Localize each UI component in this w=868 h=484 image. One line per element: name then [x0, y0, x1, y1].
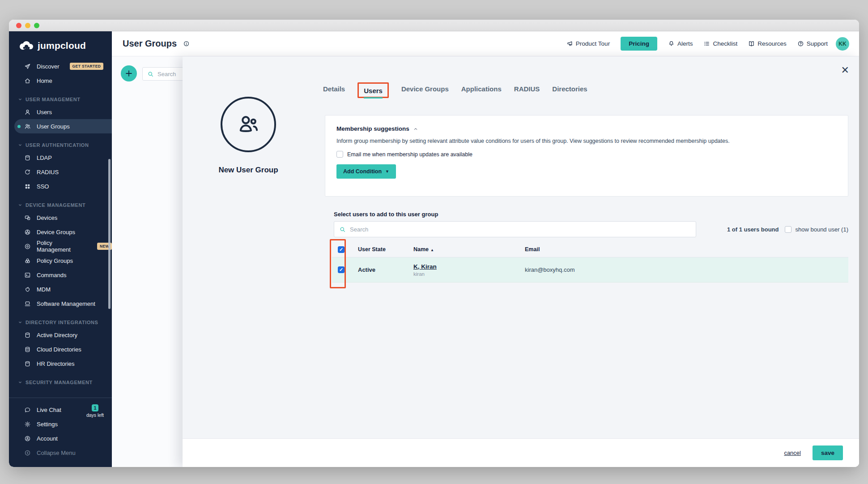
checklist-button[interactable]: Checklist	[703, 40, 737, 47]
sidebar-item-devices[interactable]: Devices	[9, 210, 112, 225]
tab-device-groups[interactable]: Device Groups	[401, 85, 449, 95]
email-updates-checkbox[interactable]	[336, 151, 343, 158]
sidebar-item-label: Home	[37, 77, 52, 84]
sidebar-section-user-management[interactable]: USER MANAGEMENT	[9, 94, 112, 105]
close-icon[interactable]: ✕	[841, 65, 849, 75]
sidebar-item-discover[interactable]: DiscoverGET STARTED	[9, 59, 112, 73]
plus-icon	[125, 69, 133, 77]
trial-count: 1	[92, 404, 98, 411]
help-icon	[797, 40, 804, 47]
sidebar-scrollbar[interactable]	[108, 159, 111, 309]
column-header-name[interactable]: Name▲	[413, 246, 525, 253]
row-checkbox[interactable]	[338, 266, 345, 273]
cancel-button[interactable]: cancel	[784, 450, 801, 456]
sidebar-item-label: Live Chat	[37, 407, 61, 413]
window-titlebar	[9, 20, 859, 31]
add-user-group-button[interactable]	[121, 65, 137, 81]
sidebar-badge: GET STARTED	[70, 63, 104, 70]
tab-radius[interactable]: RADIUS	[514, 85, 540, 95]
jumpcloud-logo[interactable]: jumpcloud	[9, 31, 112, 57]
book-icon	[748, 40, 755, 47]
show-bound-checkbox[interactable]	[785, 226, 791, 233]
support-button[interactable]: Support	[797, 40, 828, 47]
users-bound-summary: 1 of 1 users bound	[727, 226, 779, 233]
sidebar-item-label: RADIUS	[37, 169, 59, 176]
sidebar-item-label: Commands	[37, 272, 66, 278]
zoom-window-button[interactable]	[34, 23, 39, 28]
sidebar-item-collapse-menu[interactable]: Collapse Menu	[9, 445, 112, 460]
product-tour-button[interactable]: Product Tour	[566, 40, 610, 47]
sidebar-item-active-directory[interactable]: Active Directory	[9, 328, 112, 342]
search-icon	[339, 226, 346, 233]
alerts-button[interactable]: Alerts	[668, 40, 693, 47]
sidebar-item-label: Collapse Menu	[37, 450, 76, 456]
sidebar-item-label: Account	[37, 435, 58, 442]
page-search-placeholder: Search	[157, 71, 176, 77]
sidebar-item-label: Active Directory	[37, 332, 77, 338]
sidebar-item-label: Settings	[37, 421, 58, 428]
policy-management-icon	[24, 243, 31, 250]
tab-users[interactable]: Users	[364, 87, 383, 99]
close-window-button[interactable]	[16, 23, 21, 28]
sidebar-item-policy-groups[interactable]: Policy Groups	[9, 253, 112, 268]
sidebar-item-mdm[interactable]: MDM	[9, 282, 112, 296]
settings-icon	[24, 421, 31, 428]
sidebar-item-home[interactable]: Home	[9, 73, 112, 88]
tab-details[interactable]: Details	[323, 85, 345, 95]
new-user-group-label: New User Group	[194, 166, 303, 175]
resources-button[interactable]: Resources	[748, 40, 787, 47]
sidebar-item-commands[interactable]: Commands	[9, 268, 112, 282]
commands-icon	[24, 272, 31, 278]
sidebar-section-security-management[interactable]: SECURITY MANAGEMENT	[9, 377, 112, 388]
live-chat-icon	[24, 407, 31, 413]
collapse-menu-icon	[24, 450, 31, 456]
radius-icon	[24, 169, 31, 176]
ldap-icon	[24, 154, 31, 161]
membership-suggestions-title: Membership suggestions	[336, 125, 409, 132]
sidebar-item-sso[interactable]: SSO	[9, 179, 112, 193]
tab-directories[interactable]: Directories	[552, 85, 587, 95]
pricing-button[interactable]: Pricing	[621, 37, 657, 51]
sidebar-item-live-chat[interactable]: Live Chat1days left	[9, 403, 112, 417]
bell-icon	[668, 40, 675, 47]
sidebar: jumpcloud DiscoverGET STARTEDHomeUSER MA…	[9, 31, 112, 467]
sidebar-item-policy-management[interactable]: Policy ManagementNEW	[9, 239, 112, 253]
software-management-icon	[24, 300, 31, 307]
sidebar-section-device-management[interactable]: DEVICE MANAGEMENT	[9, 200, 112, 210]
new-user-group-panel: ✕ New User Group DetailsUsersDevice Grou…	[183, 56, 859, 467]
sidebar-item-settings[interactable]: Settings	[9, 417, 112, 431]
column-header-email[interactable]: Email	[525, 246, 848, 253]
sidebar-item-radius[interactable]: RADIUS	[9, 165, 112, 179]
sidebar-item-hr-directories[interactable]: HR Directories	[9, 356, 112, 371]
sidebar-section-user-authentication[interactable]: USER AUTHENTICATION	[9, 140, 112, 150]
tab-applications[interactable]: Applications	[461, 85, 502, 95]
add-condition-button[interactable]: Add Condition ▼	[336, 164, 396, 179]
column-header-user-state[interactable]: User State	[358, 246, 413, 253]
membership-suggestions-card: Membership suggestions Inform group memb…	[325, 115, 848, 197]
sidebar-item-software-management[interactable]: Software Management	[9, 296, 112, 311]
minimize-window-button[interactable]	[25, 23, 30, 28]
info-icon[interactable]	[183, 40, 190, 47]
sidebar-item-ldap[interactable]: LDAP	[9, 150, 112, 165]
users-search-input[interactable]	[350, 226, 671, 233]
avatar[interactable]: KK	[836, 37, 849, 51]
user-username: kiran	[413, 271, 525, 277]
cell-email: kiran@boxyhq.com	[525, 266, 848, 273]
sidebar-item-label: Device Groups	[37, 229, 75, 236]
sidebar-item-cloud-directories[interactable]: Cloud Directories	[9, 342, 112, 356]
table-row[interactable]: ActiveK, Kirankirankiran@boxyhq.com	[332, 257, 848, 283]
header-actions: Product TourPricingAlertsChecklistResour…	[566, 37, 828, 51]
membership-suggestions-toggle[interactable]: Membership suggestions	[336, 125, 837, 132]
sidebar-item-account[interactable]: Account	[9, 431, 112, 445]
select-all-checkbox[interactable]	[338, 246, 345, 253]
user-group-icon	[235, 111, 262, 138]
sidebar-item-label: Policy Groups	[37, 257, 73, 264]
sidebar-item-users[interactable]: Users	[9, 105, 112, 119]
sidebar-item-device-groups[interactable]: Device Groups	[9, 225, 112, 239]
devices-icon	[24, 214, 31, 221]
checklist-icon	[703, 40, 710, 47]
user-name-link[interactable]: K, Kiran	[413, 263, 525, 270]
sidebar-item-user-groups[interactable]: User Groups	[14, 119, 112, 133]
sidebar-section-directory-integrations[interactable]: DIRECTORY INTEGRATIONS	[9, 317, 112, 328]
save-button[interactable]: save	[813, 445, 843, 460]
